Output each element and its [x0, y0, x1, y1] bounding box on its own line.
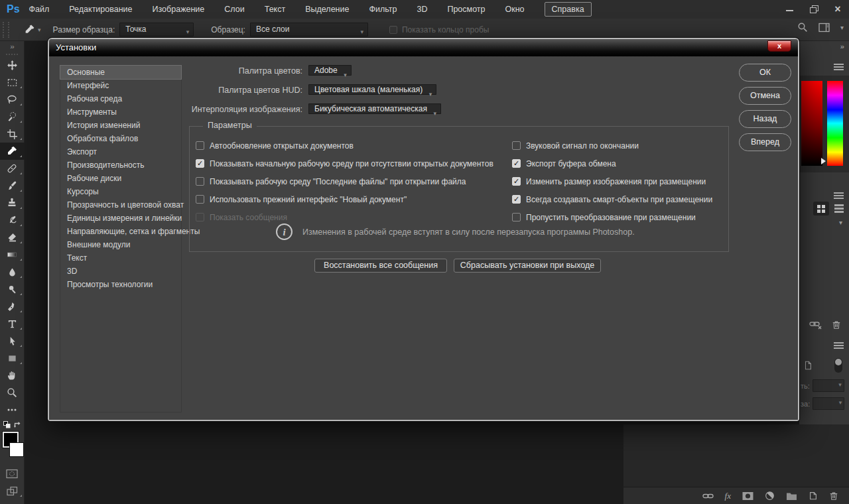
menu-layers[interactable]: Слои [224, 5, 244, 14]
zoom-tool-button[interactable] [0, 384, 25, 401]
pen-tool-button[interactable] [0, 298, 25, 315]
blur-tool-button[interactable] [0, 263, 25, 281]
link-icon[interactable] [702, 491, 714, 501]
next-button[interactable]: Вперед [739, 133, 791, 151]
show-sampling-ring-checkbox[interactable]: Показать кольцо пробы [389, 25, 489, 34]
menu-edit[interactable]: Редактирование [69, 5, 132, 14]
chevron-down-icon[interactable]: ▾ [799, 219, 849, 226]
clone-stamp-tool-button[interactable] [0, 194, 25, 212]
type-tool-button[interactable] [0, 315, 25, 332]
minimize-icon[interactable] [785, 5, 795, 14]
checkbox-auto-update[interactable]: Автообновление открытых документов [196, 137, 493, 155]
close-icon[interactable]: × [833, 5, 842, 14]
prefs-sidebar-item[interactable]: 3D [60, 265, 181, 278]
checkbox-smart-objects-on-place[interactable]: Всегда создавать смарт-объекты при разме… [512, 190, 712, 208]
page-icon[interactable] [803, 360, 813, 371]
toggle-icon[interactable] [834, 358, 842, 373]
restore-icon[interactable] [809, 5, 818, 14]
eraser-tool-button[interactable] [0, 229, 25, 246]
background-color-swatch[interactable] [9, 442, 24, 457]
menu-file[interactable]: Файл [29, 5, 50, 14]
prev-button[interactable]: Назад [739, 110, 791, 128]
tools-grip[interactable] [6, 54, 18, 55]
adjustment-icon[interactable] [765, 491, 775, 501]
opacity-dropdown[interactable] [813, 379, 844, 392]
more-tools-button[interactable] [0, 401, 25, 418]
image-interpolation-dropdown[interactable]: Бикубическая автоматическая▾ [308, 103, 441, 114]
prefs-sidebar-item[interactable]: Текст [60, 251, 181, 265]
search-icon[interactable] [797, 22, 808, 32]
prefs-sidebar-item[interactable]: Просмотры технологии [60, 278, 181, 291]
sample-dropdown[interactable]: Все слои▾ [250, 23, 368, 36]
quick-selection-tool-button[interactable] [0, 108, 25, 125]
hue-slider-marker-icon[interactable] [821, 158, 826, 164]
fill-dropdown[interactable] [813, 397, 844, 410]
gradient-tool-button[interactable] [0, 246, 25, 263]
prefs-sidebar-item[interactable]: Направляющие, сетка и фрагменты [60, 225, 181, 238]
prefs-sidebar-item[interactable]: Внешние модули [60, 238, 181, 251]
list-view-icon[interactable] [834, 203, 844, 214]
grid-view-button[interactable] [813, 202, 829, 216]
checkbox-beep-when-done[interactable]: Звуковой сигнал по окончании [512, 137, 712, 155]
crop-tool-button[interactable] [0, 125, 25, 143]
checkbox-show-start-workspace[interactable]: Показывать начальную рабочую среду при о… [196, 155, 493, 172]
prefs-sidebar-item[interactable]: Производительность [60, 158, 181, 172]
menu-select[interactable]: Выделение [305, 5, 349, 14]
menu-type[interactable]: Текст [265, 5, 285, 14]
prefs-sidebar-item[interactable]: Единицы измерения и линейки [60, 212, 181, 225]
chevron-down-icon[interactable]: ▾ [840, 24, 844, 31]
rectangle-tool-button[interactable] [0, 349, 25, 367]
trash-icon[interactable] [829, 491, 838, 501]
default-colors-icon[interactable] [3, 421, 11, 428]
menu-filter[interactable]: Фильтр [369, 5, 397, 14]
path-selection-tool-button[interactable] [0, 332, 25, 349]
dialog-close-button[interactable]: x [767, 40, 791, 52]
eyedropper-tool-button[interactable] [0, 143, 25, 160]
healing-brush-tool-button[interactable] [0, 160, 25, 177]
unlink-icon[interactable] [809, 320, 822, 330]
collapse-tools-icon[interactable]: ›› [0, 41, 24, 52]
options-bar-grip[interactable] [3, 22, 9, 38]
brush-tool-button[interactable] [0, 177, 25, 194]
dialog-titlebar[interactable]: Установки x [49, 39, 798, 56]
new-layer-icon[interactable] [809, 491, 818, 501]
prefs-sidebar-item[interactable]: История изменений [60, 119, 181, 132]
prefs-sidebar-item[interactable]: Рабочие диски [60, 172, 181, 185]
menu-help[interactable]: Справка [545, 2, 592, 17]
cancel-button[interactable]: Отмена [739, 87, 791, 105]
checkbox-legacy-new-document[interactable]: Использовать прежний интерфейс "Новый до… [196, 190, 493, 208]
color-picker-dropdown[interactable]: Adobe▾ [308, 65, 352, 76]
checkbox-export-clipboard[interactable]: Экспорт буфера обмена [512, 155, 712, 172]
move-tool-button[interactable] [0, 56, 25, 74]
tool-preset-picker[interactable]: ▾ [24, 24, 41, 35]
trash-icon[interactable] [832, 320, 841, 330]
ok-button[interactable]: ОК [739, 64, 791, 82]
prefs-sidebar-item[interactable]: Прозрачность и цветовой охват [60, 198, 181, 212]
menu-window[interactable]: Окно [505, 5, 525, 14]
checkbox-resize-on-place[interactable]: Изменить размер изображения при размещен… [512, 172, 712, 190]
screen-mode-button[interactable] [0, 482, 25, 499]
swap-colors-icon[interactable] [13, 420, 21, 428]
hand-tool-button[interactable] [0, 367, 25, 384]
marquee-tool-button[interactable] [0, 74, 25, 91]
sample-size-dropdown[interactable]: Точка▾ [119, 23, 194, 36]
workspace-icon[interactable] [818, 23, 830, 32]
checkbox-show-recent-files[interactable]: Показывать рабочую среду "Последние файл… [196, 172, 493, 190]
layer-mask-icon[interactable] [742, 491, 753, 501]
prefs-sidebar-item[interactable]: Курсоры [60, 185, 181, 198]
hue-slider[interactable] [827, 81, 843, 166]
properties-panel-menu-icon[interactable] [799, 341, 849, 353]
dodge-tool-button[interactable] [0, 281, 25, 298]
fx-icon[interactable]: fx [725, 491, 731, 501]
prefs-sidebar-item[interactable]: Обработка файлов [60, 132, 181, 145]
color-panel-menu-icon[interactable] [799, 62, 849, 74]
collapse-panels-icon[interactable]: ›› [799, 42, 849, 50]
reset-prefs-on-quit-button[interactable]: Сбрасывать установки при выходе [454, 259, 601, 273]
folder-icon[interactable] [786, 491, 797, 501]
menu-3d[interactable]: 3D [417, 5, 427, 14]
menu-view[interactable]: Просмотр [447, 5, 485, 14]
history-brush-tool-button[interactable] [0, 212, 25, 229]
lasso-tool-button[interactable] [0, 91, 25, 108]
color-ramp[interactable] [801, 81, 822, 166]
menu-image[interactable]: Изображение [153, 5, 205, 14]
